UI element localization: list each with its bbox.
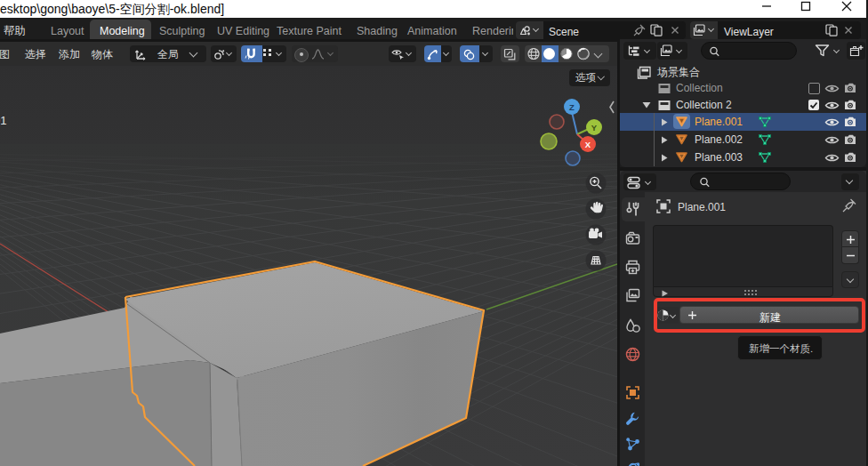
- svg-text:Z: Z: [569, 102, 575, 112]
- svg-text:X: X: [585, 140, 591, 149]
- svg-text:Y: Y: [591, 123, 598, 133]
